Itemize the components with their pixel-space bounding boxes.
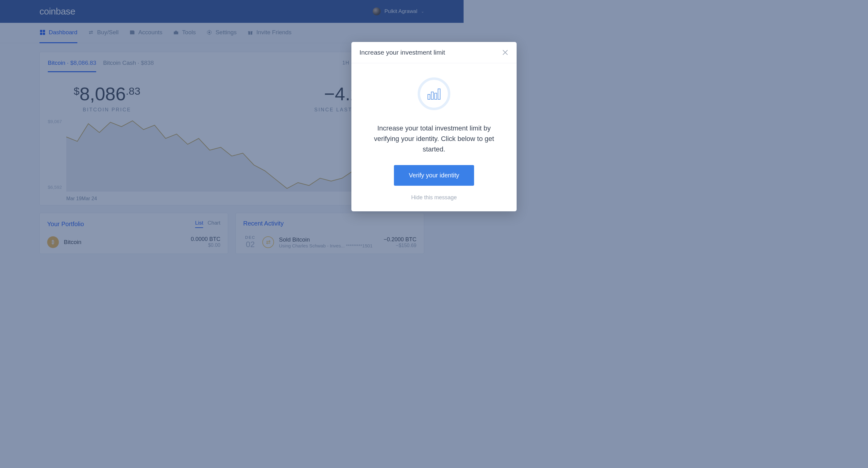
hide-message-button[interactable]: Hide this message (411, 194, 457, 201)
modal-title: Increase your investment limit (360, 49, 445, 56)
svg-rect-15 (438, 89, 440, 99)
bar-chart-icon (418, 78, 450, 110)
modal-overlay[interactable]: Increase your investment limit Increase … (0, 0, 868, 468)
svg-rect-12 (428, 94, 430, 99)
verify-identity-button[interactable]: Verify your identity (394, 165, 474, 186)
verify-modal: Increase your investment limit Increase … (351, 42, 517, 211)
modal-body-text: Increase your total investment limit by … (368, 123, 500, 154)
close-icon[interactable] (502, 49, 508, 56)
svg-rect-14 (435, 93, 437, 99)
svg-rect-13 (431, 92, 433, 99)
